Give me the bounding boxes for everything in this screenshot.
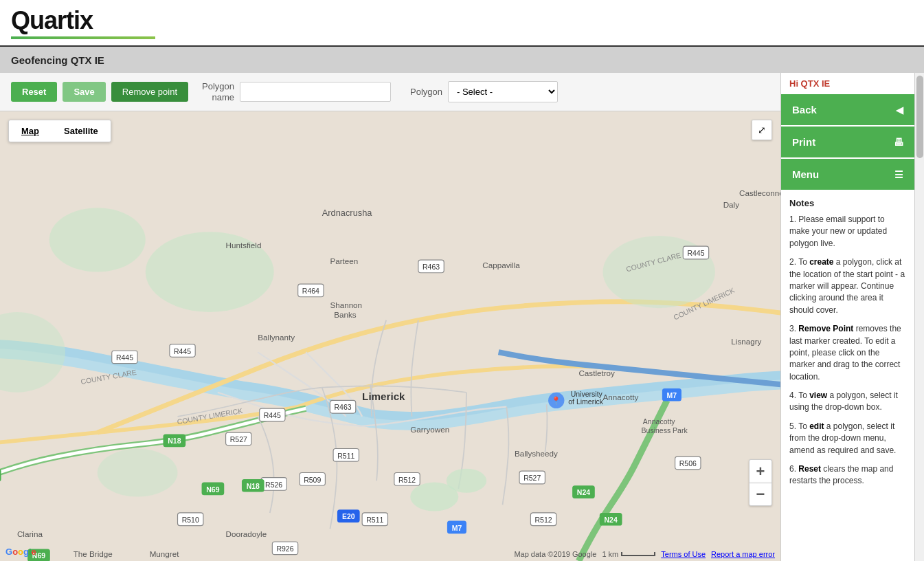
note-5-num: 5. To <box>789 421 809 431</box>
scale-label: 1 km <box>602 550 618 558</box>
svg-text:R509: R509 <box>304 476 321 484</box>
note-5: 5. To edit a polygon, select it from the… <box>789 421 906 456</box>
svg-point-7 <box>98 449 178 497</box>
menu-button[interactable]: Menu ☰ <box>781 159 914 190</box>
svg-text:Dooradoyle: Dooradoyle <box>226 529 267 538</box>
svg-text:N24: N24 <box>577 488 590 496</box>
hi-text: Hi QTX IE <box>781 73 914 94</box>
svg-text:R526: R526 <box>265 481 282 489</box>
main-layout: Reset Save Remove point Polygonname Poly… <box>0 73 924 561</box>
logo-underline <box>11 36 155 39</box>
svg-text:N18: N18 <box>247 482 260 490</box>
menu-icon: ☰ <box>894 169 903 180</box>
header: Quartix <box>0 0 924 47</box>
svg-text:R512: R512 <box>398 476 416 484</box>
svg-text:📍: 📍 <box>551 396 561 406</box>
back-label: Back <box>792 104 817 116</box>
map-footer: Map data ©2019 Google 1 km Terms of Use … <box>0 550 780 558</box>
svg-text:Cappavilla: Cappavilla <box>482 261 520 270</box>
scrollbar-thumb[interactable] <box>916 76 923 158</box>
fullscreen-button[interactable]: ⤢ <box>752 120 772 140</box>
svg-rect-0 <box>0 111 780 561</box>
note-4-num: 4. To <box>789 390 809 400</box>
svg-text:M7: M7 <box>452 524 462 532</box>
svg-text:R463: R463 <box>422 263 440 271</box>
svg-text:Parteen: Parteen <box>330 256 358 265</box>
svg-point-2 <box>447 469 486 493</box>
svg-text:R445: R445 <box>116 353 133 362</box>
svg-text:R445: R445 <box>174 347 191 355</box>
svg-text:N69: N69 <box>206 485 219 494</box>
svg-text:University: University <box>571 390 603 398</box>
map-data-text: Map data ©2019 Google <box>514 550 596 558</box>
page-title: Geofencing QTX IE <box>0 47 924 73</box>
svg-text:Business Park: Business Park <box>642 426 688 434</box>
svg-text:Daly: Daly <box>723 200 739 209</box>
svg-text:Shannon: Shannon <box>330 300 362 309</box>
map-toggle: Map Satellite <box>8 120 111 142</box>
svg-text:R463: R463 <box>335 403 352 411</box>
map-container[interactable]: Ardnacrusha Huntsfield Parteen Cappavill… <box>0 111 780 561</box>
svg-text:Clarina: Clarina <box>17 529 43 538</box>
svg-text:R445: R445 <box>687 249 704 257</box>
map-view-button[interactable]: Map <box>9 120 52 142</box>
svg-text:Ballynanty: Ballynanty <box>258 333 295 342</box>
notes-section: Notes 1. Please email support to make yo… <box>781 191 914 501</box>
note-6-num: 6. <box>789 464 798 474</box>
note-3-keyword: Remove Point <box>798 324 853 333</box>
note-1-text: Please email support to make your new or… <box>789 214 887 248</box>
svg-text:N24: N24 <box>605 516 618 524</box>
svg-text:R527: R527 <box>523 474 541 482</box>
svg-text:Annacotty: Annacotty <box>643 417 675 426</box>
polygon-label: Polygon <box>410 87 442 97</box>
zoom-in-button[interactable]: + <box>749 459 772 483</box>
polygon-name-input[interactable] <box>240 82 391 102</box>
content-area: Reset Save Remove point Polygonname Poly… <box>0 73 780 561</box>
svg-text:R511: R511 <box>366 516 383 524</box>
svg-text:M7: M7 <box>667 391 677 399</box>
note-3: 3. Remove Point removes the last marker … <box>789 323 906 383</box>
reset-button[interactable]: Reset <box>11 82 57 102</box>
page-scrollbar[interactable] <box>914 73 924 561</box>
svg-text:R506: R506 <box>679 459 697 468</box>
svg-text:R464: R464 <box>302 287 319 295</box>
note-1: 1. Please email support to make your new… <box>789 214 906 250</box>
scale-bar: 1 km <box>602 550 655 558</box>
save-button[interactable]: Save <box>63 82 105 102</box>
svg-text:Huntsfield: Huntsfield <box>226 241 262 250</box>
svg-text:Banks: Banks <box>334 310 357 319</box>
right-sidebar: Hi QTX IE Back ◀ Print 🖶 Menu ☰ Notes 1.… <box>780 73 914 561</box>
scale-line <box>621 552 655 556</box>
logo: Quartix <box>11 6 155 35</box>
svg-text:R445: R445 <box>264 411 281 419</box>
menu-label: Menu <box>792 168 819 180</box>
svg-text:R510: R510 <box>182 516 199 524</box>
print-button[interactable]: Print 🖶 <box>781 126 914 157</box>
satellite-view-button[interactable]: Satellite <box>52 120 111 142</box>
polygon-select[interactable]: - Select - <box>448 81 558 102</box>
back-icon: ◀ <box>896 104 903 116</box>
note-2-num: 2. To <box>789 257 809 267</box>
print-icon: 🖶 <box>894 137 903 148</box>
svg-text:E20: E20 <box>342 512 355 520</box>
svg-text:R527: R527 <box>230 435 247 443</box>
svg-text:R511: R511 <box>337 452 354 460</box>
note-6: 6. Reset clears the map and restarts the… <box>789 463 906 487</box>
svg-text:N18: N18 <box>168 437 181 445</box>
zoom-controls: + − <box>749 459 772 506</box>
note-1-num: 1. <box>789 214 798 224</box>
report-link[interactable]: Report a map error <box>711 550 775 558</box>
svg-text:Castletroy: Castletroy <box>578 368 615 377</box>
zoom-out-button[interactable]: − <box>749 483 772 506</box>
back-button[interactable]: Back ◀ <box>781 94 914 125</box>
svg-rect-69 <box>0 469 1 482</box>
svg-text:R512: R512 <box>535 516 552 524</box>
svg-text:of Limerick: of Limerick <box>568 397 604 406</box>
svg-text:Castleconnell: Castleconnell <box>739 188 780 197</box>
toolbar: Reset Save Remove point Polygonname Poly… <box>0 73 780 111</box>
remove-point-button[interactable]: Remove point <box>111 82 188 102</box>
terms-link[interactable]: Terms of Use <box>661 550 706 558</box>
svg-text:Limerick: Limerick <box>362 390 405 402</box>
print-label: Print <box>792 136 815 148</box>
map-svg: Ardnacrusha Huntsfield Parteen Cappavill… <box>0 111 780 561</box>
